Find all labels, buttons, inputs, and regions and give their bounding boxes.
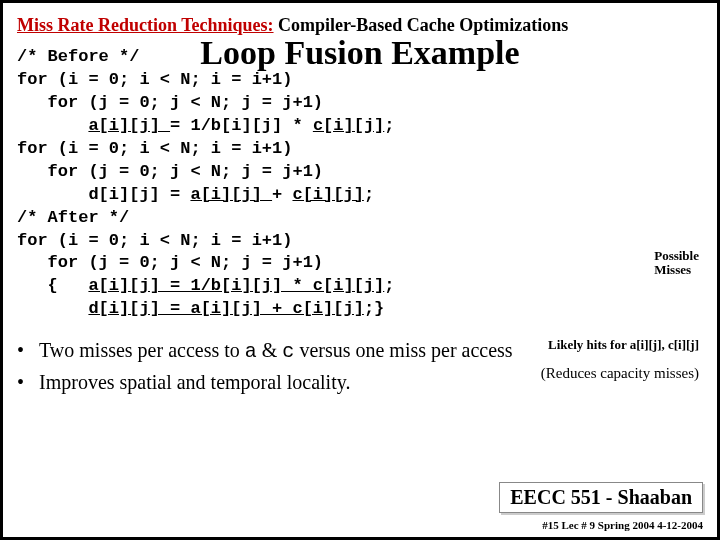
code-line bbox=[17, 299, 88, 318]
bullet-dot-icon: • bbox=[17, 335, 39, 367]
heading-rest: Compiler-Based Cache Optimizations bbox=[274, 15, 569, 35]
bullet-text: Two misses per access to a & c versus on… bbox=[39, 335, 513, 367]
bullet-mono: a bbox=[245, 340, 257, 363]
bullet-dot-icon: • bbox=[17, 367, 39, 397]
code-line: for (j = 0; j < N; j = j+1) bbox=[17, 93, 323, 112]
bullet-mono: c bbox=[282, 340, 294, 363]
code-line: /* Before */ bbox=[17, 47, 139, 66]
code-line: { bbox=[17, 276, 88, 295]
code-underline: a[i][j] = 1/b[i][j] * c[i][j] bbox=[88, 276, 384, 295]
code-line: ;} bbox=[364, 299, 384, 318]
note-possible-misses: Possible Misses bbox=[654, 249, 699, 278]
slide: Miss Rate Reduction Techniques: Compiler… bbox=[0, 0, 720, 540]
code-line bbox=[17, 116, 88, 135]
note-likely-hits: Likely hits for a[i][j], c[i][j] bbox=[548, 338, 699, 352]
code-line: ; bbox=[384, 276, 394, 295]
code-line: /* After */ bbox=[17, 208, 129, 227]
code-block: /* Before */ for (i = 0; i < N; i = i+1)… bbox=[17, 46, 703, 321]
footer-meta: #15 Lec # 9 Spring 2004 4-12-2004 bbox=[542, 519, 703, 531]
code-line: for (i = 0; i < N; i = i+1) bbox=[17, 70, 292, 89]
slide-heading: Miss Rate Reduction Techniques: Compiler… bbox=[17, 15, 703, 36]
heading-red: Miss Rate Reduction Techniques: bbox=[17, 15, 274, 35]
code-line: + bbox=[272, 185, 292, 204]
code-underline: a[i][j] bbox=[190, 185, 272, 204]
note-reduces: (Reduces capacity misses) bbox=[541, 365, 699, 382]
bullet-text-part: & bbox=[257, 339, 283, 361]
code-line: = 1/b[i][j] * bbox=[170, 116, 313, 135]
code-line: for (i = 0; i < N; i = i+1) bbox=[17, 139, 292, 158]
code-line: for (j = 0; j < N; j = j+1) bbox=[17, 253, 323, 272]
code-underline: c[i][j] bbox=[313, 116, 384, 135]
code-line: for (i = 0; i < N; i = i+1) bbox=[17, 231, 292, 250]
footer-badge: EECC 551 - Shaaban bbox=[499, 482, 703, 513]
code-line: for (j = 0; j < N; j = j+1) bbox=[17, 162, 323, 181]
code-underline: c[i][j] bbox=[292, 185, 363, 204]
code-line: d[i][j] = bbox=[17, 185, 190, 204]
code-line: ; bbox=[384, 116, 394, 135]
code-underline: a[i][j] bbox=[88, 116, 170, 135]
code-underline: d[i][j] = a[i][j] + c[i][j] bbox=[88, 299, 363, 318]
bullet-text: Improves spatial and temporal locality. bbox=[39, 367, 350, 397]
code-line: ; bbox=[364, 185, 374, 204]
bullet-text-part: Two misses per access to bbox=[39, 339, 245, 361]
bullet-text-part: versus one miss per access bbox=[294, 339, 512, 361]
